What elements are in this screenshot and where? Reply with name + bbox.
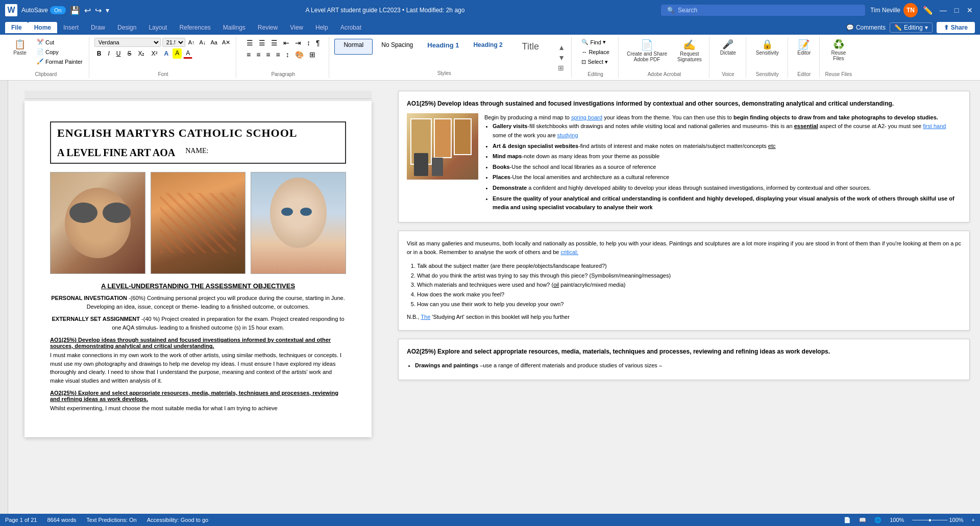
format-painter-button[interactable]: 🖌️ Format Painter [35, 57, 85, 66]
sensitivity-button[interactable]: 🔒 Sensitivity [753, 38, 782, 58]
zoom-slider[interactable]: ────●──── 100% [912, 517, 963, 523]
subscript-button[interactable]: X₂ [135, 49, 147, 58]
font-color-button[interactable]: A [183, 48, 192, 59]
ao2-heading: AO2(25%) Explore and select appropriate … [50, 390, 346, 402]
microphone-icon: 🎤 [722, 40, 733, 49]
align-left-button[interactable]: ≡ [244, 49, 253, 60]
tab-review[interactable]: Review [252, 22, 284, 33]
clear-format-button[interactable]: A✕ [220, 39, 232, 46]
italic-button[interactable]: I [105, 49, 112, 58]
underline-button[interactable]: U [114, 49, 124, 58]
tab-home[interactable]: Home [28, 22, 57, 33]
pen-icon[interactable]: ✏️ [923, 6, 933, 15]
create-share-pdf-button[interactable]: 📄 Create and ShareAdobe PDF [624, 38, 670, 64]
comments-button[interactable]: 💬 Comments [846, 24, 886, 31]
list-item: Ensure the quality of your analytical an… [493, 194, 961, 212]
request-signatures-button[interactable]: ✍ RequestSignatures [674, 38, 705, 64]
highlight-color-button[interactable]: A [173, 48, 182, 59]
decrease-indent-button[interactable]: ⇤ [281, 38, 291, 48]
multilevel-button[interactable]: ☰ [269, 38, 280, 48]
styles-up-arrow[interactable]: ▲ [556, 42, 567, 53]
style-heading2[interactable]: Heading 2 [468, 39, 508, 55]
tab-layout[interactable]: Layout [142, 22, 173, 33]
tab-insert[interactable]: Insert [57, 22, 85, 33]
print-layout-icon[interactable]: 📄 [844, 517, 851, 523]
signature-icon: ✍ [683, 40, 696, 50]
style-no-spacing[interactable]: No Spacing [376, 39, 419, 55]
editor-button[interactable]: 📝 Editor [794, 38, 814, 58]
web-layout-icon[interactable]: 🌐 [874, 517, 881, 523]
editing-controls: 🔍 Find ▾ ↔ Replace ⊡ Select ▾ [579, 38, 611, 66]
window-controls: — □ ✕ [938, 5, 975, 15]
font-size-select[interactable]: 21.5 [162, 38, 185, 47]
font-family-select[interactable]: Verdana [94, 38, 161, 47]
tab-view[interactable]: View [284, 22, 309, 33]
strikethrough-button[interactable]: S [125, 49, 134, 58]
customize-icon[interactable]: ▾ [106, 6, 109, 14]
copy-button[interactable]: 📄 Copy [35, 47, 85, 56]
align-right-button[interactable]: ≡ [264, 49, 272, 60]
zoom-in-button[interactable]: + [972, 517, 975, 523]
sort-button[interactable]: ↕ [305, 38, 312, 48]
main-area: ENGLISH MARTYRS CATHOLIC SCHOOL A LEVEL … [0, 81, 980, 514]
share-button[interactable]: ⬆ Share [937, 22, 975, 33]
reuse-files-button[interactable]: ♻️ ReuseFiles [828, 38, 849, 63]
replace-button[interactable]: ↔ Replace [579, 48, 611, 56]
right-panel[interactable]: AO1(25%) Develop ideas through sustained… [388, 81, 980, 514]
tab-help[interactable]: Help [309, 22, 334, 33]
dictate-button[interactable]: 🎤 Dictate [717, 38, 739, 58]
sensitivity-icon: 🔒 [762, 40, 773, 49]
close-button[interactable]: ✕ [965, 5, 975, 15]
justify-button[interactable]: ≡ [274, 49, 282, 60]
minimize-button[interactable]: — [938, 5, 948, 15]
select-button[interactable]: ⊡ Select ▾ [579, 58, 611, 66]
restore-button[interactable]: □ [951, 5, 962, 15]
undo-icon[interactable]: ↩ [84, 6, 91, 15]
autosave-state[interactable]: On [50, 6, 66, 14]
autosave-toggle[interactable]: AutoSave On [21, 6, 66, 14]
numbering-button[interactable]: ☰ [257, 38, 267, 48]
redo-icon[interactable]: ↪ [95, 6, 102, 15]
tab-draw[interactable]: Draw [85, 22, 111, 33]
find-icon: 🔍 [581, 39, 589, 45]
bold-button[interactable]: B [94, 49, 104, 58]
paste-button[interactable]: 📋 Paste [7, 38, 33, 58]
styles-down-arrow[interactable]: ▼ [556, 53, 567, 63]
increase-indent-button[interactable]: ⇥ [293, 38, 303, 48]
editing-button[interactable]: ✏️ Editing ▾ [890, 22, 933, 33]
word-count-text: 8664 words [47, 517, 76, 523]
text-effects-button[interactable]: A [161, 49, 171, 58]
shrink-font-button[interactable]: A↓ [198, 39, 208, 46]
borders-button[interactable]: ⊞ [307, 49, 317, 60]
tab-file[interactable]: File [5, 22, 28, 33]
document-panel[interactable]: ENGLISH MARTYRS CATHOLIC SCHOOL A LEVEL … [8, 81, 388, 514]
search-icon: 🔍 [667, 7, 675, 14]
style-heading1[interactable]: Heading 1 [422, 39, 464, 55]
tab-references[interactable]: References [173, 22, 216, 33]
grow-font-button[interactable]: A↑ [187, 39, 197, 46]
line-spacing-button[interactable]: ↕ [284, 49, 291, 60]
voice-group-title: Voice [722, 70, 734, 77]
editor-group-title: Editor [797, 70, 811, 77]
search-input[interactable] [678, 7, 856, 14]
tab-mailings[interactable]: Mailings [217, 22, 252, 33]
find-button[interactable]: 🔍 Find ▾ [579, 38, 611, 46]
save-icon[interactable]: 💾 [70, 6, 80, 15]
shading-button[interactable]: 🎨 [293, 49, 306, 60]
styles-expand-button[interactable]: ⊞ [556, 63, 567, 73]
bullets-button[interactable]: ☰ [244, 38, 255, 48]
align-center-button[interactable]: ≡ [254, 49, 262, 60]
change-case-button[interactable]: Aa [209, 39, 218, 46]
cut-button[interactable]: ✂️ Cut [35, 38, 85, 46]
search-bar[interactable]: 🔍 [661, 5, 865, 16]
show-all-button[interactable]: ¶ [314, 38, 322, 48]
select-icon: ⊡ [581, 59, 586, 65]
read-mode-icon[interactable]: 📖 [859, 517, 866, 523]
tab-design[interactable]: Design [111, 22, 142, 33]
title-bar: W AutoSave On 💾 ↩ ↪ ▾ A Level ART studen… [0, 0, 980, 20]
superscript-button[interactable]: X² [149, 49, 160, 58]
style-normal[interactable]: Normal [334, 39, 373, 55]
ao1-bullet-list: Gallery visits-fill sketchbooks with dra… [484, 122, 961, 212]
tab-acrobat[interactable]: Acrobat [334, 22, 368, 33]
style-title[interactable]: Title [511, 39, 550, 55]
